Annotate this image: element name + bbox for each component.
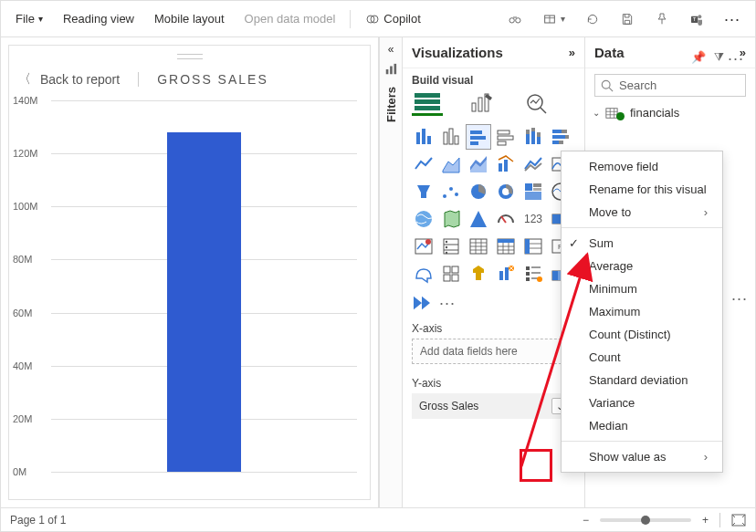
zoom-out-button[interactable]: − bbox=[583, 514, 589, 527]
ctx-minimum[interactable]: Minimum bbox=[562, 277, 722, 300]
y-tick-label: 140M bbox=[13, 95, 38, 106]
viz-type-button[interactable] bbox=[521, 152, 545, 176]
viz-type-button[interactable] bbox=[494, 235, 518, 258]
viz-type-button[interactable] bbox=[494, 207, 518, 231]
ctx-maximum[interactable]: Maximum bbox=[562, 300, 722, 323]
viz-type-button[interactable] bbox=[494, 180, 518, 203]
svg-point-61 bbox=[425, 239, 431, 245]
filter-icon[interactable]: ⧩ bbox=[714, 50, 724, 65]
viz-type-button[interactable] bbox=[494, 262, 518, 286]
zoom-slider[interactable] bbox=[600, 518, 691, 522]
viz-type-button[interactable] bbox=[467, 235, 490, 258]
ctx-count-distinct[interactable]: Count (Distinct) bbox=[562, 323, 722, 346]
mobile-layout-button[interactable]: Mobile layout bbox=[149, 8, 230, 29]
ctx-remove-field[interactable]: Remove field bbox=[562, 155, 722, 178]
ctx-sum[interactable]: ✓Sum bbox=[562, 232, 722, 255]
svg-point-65 bbox=[446, 252, 447, 254]
viz-type-button[interactable] bbox=[521, 180, 545, 203]
viz-type-button[interactable] bbox=[439, 125, 463, 149]
viz-type-button[interactable] bbox=[412, 180, 436, 203]
pin-button[interactable] bbox=[649, 8, 675, 30]
pin-icon[interactable]: 📌 bbox=[691, 50, 706, 64]
explore-button[interactable] bbox=[502, 8, 528, 30]
reading-view-button[interactable]: Reading view bbox=[58, 8, 140, 29]
collapse-icon[interactable]: » bbox=[569, 46, 575, 59]
fit-to-page-icon[interactable] bbox=[731, 514, 746, 527]
visual-container[interactable]: 📌 ⧩ ··· 〈 Back to report GROSS SALES 0M2… bbox=[8, 45, 371, 500]
viz-type-button[interactable] bbox=[521, 235, 545, 258]
viz-type-button[interactable] bbox=[494, 152, 518, 176]
refresh-button[interactable] bbox=[580, 8, 605, 30]
ctx-move-to[interactable]: Move to› bbox=[562, 201, 722, 224]
viz-type-button[interactable] bbox=[412, 235, 436, 258]
analytics-tab[interactable] bbox=[521, 90, 552, 116]
viz-type-button[interactable] bbox=[439, 207, 463, 231]
viz-type-button[interactable] bbox=[521, 262, 545, 286]
visual-table-button[interactable]: ▾ bbox=[537, 8, 571, 30]
filters-pane-collapsed[interactable]: « Filters bbox=[379, 37, 403, 507]
viz-type-button[interactable] bbox=[467, 180, 490, 203]
more-visuals-icon[interactable]: ··· bbox=[439, 295, 456, 311]
y-tick-label: 80M bbox=[13, 254, 32, 265]
ctx-median[interactable]: Median bbox=[562, 414, 722, 437]
copilot-button[interactable]: Copilot bbox=[360, 8, 425, 30]
bar[interactable] bbox=[167, 132, 240, 472]
ctx-stddev[interactable]: Standard deviation bbox=[562, 369, 722, 391]
viz-type-button[interactable] bbox=[467, 262, 490, 286]
viz-type-button[interactable] bbox=[467, 125, 490, 149]
viz-type-button[interactable] bbox=[549, 125, 572, 149]
yaxis-field-chip[interactable]: Gross Sales ⌄ bbox=[412, 393, 575, 419]
teams-button[interactable]: T bbox=[684, 8, 709, 30]
build-visual-label: Build visual bbox=[403, 68, 584, 90]
svg-rect-18 bbox=[416, 132, 420, 144]
more-button[interactable]: ··· bbox=[719, 7, 746, 31]
table-node[interactable]: ⌄ financials bbox=[593, 102, 748, 123]
zoom-in-button[interactable]: + bbox=[702, 514, 709, 527]
viz-type-button[interactable] bbox=[439, 235, 463, 258]
analytics-icon bbox=[525, 92, 549, 114]
xaxis-field-well[interactable]: Add data fields here bbox=[412, 339, 575, 364]
viz-type-button[interactable] bbox=[467, 152, 490, 176]
viz-type-button[interactable] bbox=[439, 180, 463, 203]
svg-rect-9 bbox=[390, 67, 393, 75]
ctx-label: Standard deviation bbox=[589, 373, 688, 387]
file-menu[interactable]: File ▾ bbox=[10, 8, 48, 29]
svg-rect-76 bbox=[452, 275, 458, 281]
ctx-count[interactable]: Count bbox=[562, 346, 722, 369]
format-visual-tab[interactable] bbox=[467, 90, 498, 116]
refresh-icon bbox=[585, 12, 600, 26]
save-button[interactable] bbox=[614, 8, 640, 30]
power-automate-icon[interactable] bbox=[412, 295, 432, 311]
viz-type-button[interactable] bbox=[439, 152, 463, 176]
viz-type-button[interactable]: 123 bbox=[521, 207, 545, 231]
viz-type-button[interactable] bbox=[467, 207, 490, 231]
ctx-rename[interactable]: Rename for this visual bbox=[562, 178, 722, 201]
viz-type-button[interactable] bbox=[439, 262, 463, 286]
ctx-show-value-as[interactable]: Show value as› bbox=[562, 445, 722, 468]
viz-type-button[interactable] bbox=[494, 125, 518, 149]
svg-rect-27 bbox=[498, 130, 509, 134]
viz-type-button[interactable] bbox=[412, 125, 436, 149]
copilot-icon bbox=[365, 12, 380, 26]
check-icon: ✓ bbox=[569, 236, 579, 250]
chevron-down-icon: ▾ bbox=[561, 14, 565, 24]
table-status-badge bbox=[616, 112, 625, 120]
viz-type-button[interactable] bbox=[412, 152, 436, 176]
search-input[interactable]: Search bbox=[594, 74, 746, 97]
expand-icon[interactable]: « bbox=[388, 43, 394, 56]
svg-rect-13 bbox=[415, 106, 440, 110]
ellipsis-icon: ··· bbox=[724, 11, 740, 27]
drag-handle-icon[interactable] bbox=[177, 54, 203, 59]
viz-type-button[interactable] bbox=[521, 125, 545, 149]
viz-type-button[interactable] bbox=[412, 262, 436, 286]
ctx-average[interactable]: Average bbox=[562, 255, 722, 277]
chevron-right-icon: › bbox=[704, 205, 708, 219]
field-more-icon[interactable]: ··· bbox=[731, 290, 748, 307]
ctx-label: Minimum bbox=[589, 282, 637, 296]
collapse-toggle-icon[interactable]: ⌄ bbox=[593, 108, 600, 118]
back-to-report-button[interactable]: 〈 Back to report bbox=[18, 71, 120, 88]
viz-type-button[interactable] bbox=[412, 207, 436, 231]
build-visual-tab[interactable] bbox=[412, 90, 443, 116]
ctx-variance[interactable]: Variance bbox=[562, 391, 722, 414]
visual-more-icon[interactable]: ··· bbox=[728, 50, 744, 67]
